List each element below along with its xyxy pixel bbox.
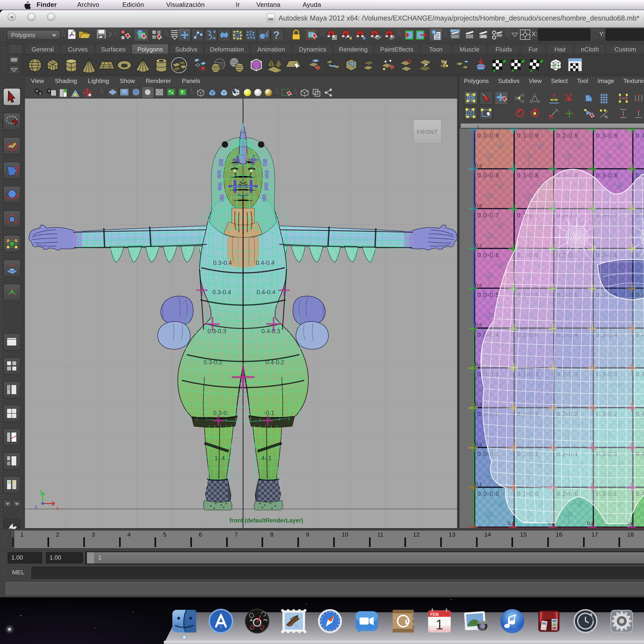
svg-text:0.3-0.4: 0.3-0.4: [212, 289, 231, 295]
svg-text:0.3-0.4: 0.3-0.4: [213, 259, 232, 266]
svg-text:0.3-0.: 0.3-0.: [213, 410, 229, 416]
svg-text:0.4-0.3: 0.4-0.3: [261, 328, 280, 334]
svg-text:z: z: [35, 504, 37, 510]
svg-text:0.3-0.3: 0.3-0.3: [207, 328, 226, 334]
svg-text:4-.1: 4-.1: [261, 455, 272, 461]
svg-text:0.4-0.2: 0.4-0.2: [265, 359, 284, 366]
svg-text:0.4-0.4: 0.4-0.4: [256, 259, 275, 266]
svg-text:x: x: [56, 505, 59, 511]
svg-text:T: T: [181, 90, 184, 95]
svg-text:1: 1: [435, 610, 443, 626]
svg-text:0.3-0.2: 0.3-0.2: [204, 359, 222, 366]
svg-text:-0.1: -0.1: [264, 410, 274, 416]
svg-text:T: T: [553, 62, 557, 69]
svg-text:%: %: [604, 114, 608, 119]
svg-text:0.4-0.4: 0.4-0.4: [257, 289, 275, 295]
svg-text:1-.4: 1-.4: [214, 455, 225, 461]
svg-text:IPR: IPR: [481, 35, 486, 39]
svg-text:FEB: FEB: [430, 626, 439, 631]
svg-text:y: y: [39, 488, 42, 493]
